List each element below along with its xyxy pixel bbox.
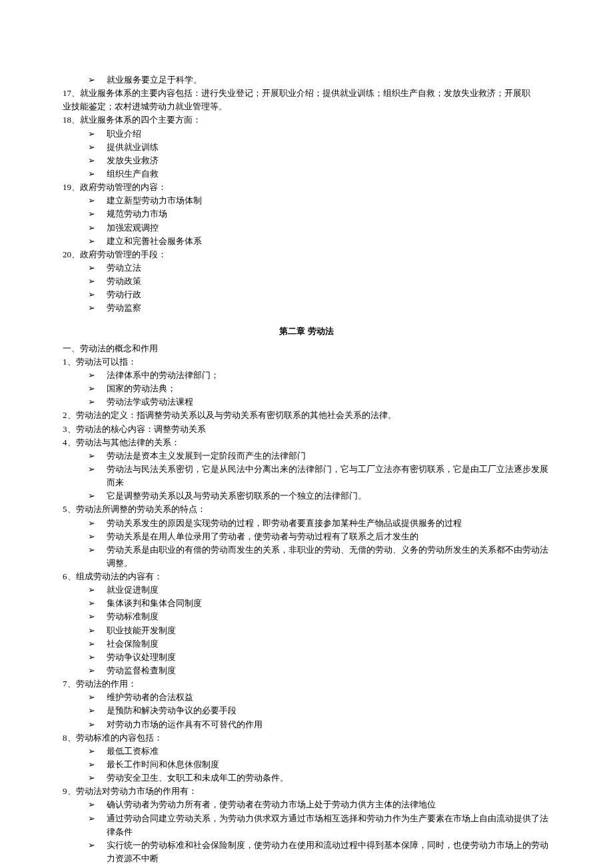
bullet-text: 劳动监督检查制度 bbox=[107, 664, 550, 677]
bullet-text: 集体谈判和集体合同制度 bbox=[107, 597, 550, 610]
list-item: ➢建立新型劳动力市场体制 bbox=[63, 194, 550, 207]
list-item: ➢建立和完善社会服务体系 bbox=[63, 235, 550, 248]
bullet-arrow-icon: ➢ bbox=[88, 127, 107, 141]
bullet-arrow-icon: ➢ bbox=[88, 449, 107, 463]
bullet-arrow-icon: ➢ bbox=[88, 812, 107, 825]
bullet-arrow-icon: ➢ bbox=[88, 624, 107, 637]
question-4: 4、劳动法与其他法律的关系： bbox=[63, 436, 550, 449]
bullet-text: 国家的劳动法典； bbox=[107, 382, 550, 395]
bullet-text: 劳动法是资本主义发展到一定阶段而产生的法律部门 bbox=[107, 449, 550, 463]
list-item: ➢最低工资标准 bbox=[63, 745, 550, 758]
paragraph-20: 20、政府劳动管理的手段： bbox=[63, 248, 550, 261]
list-item: ➢劳动监察 bbox=[63, 301, 550, 315]
bullet-text: 劳动行政 bbox=[107, 288, 550, 301]
bullet-text: 就业促进制度 bbox=[107, 583, 550, 597]
bullet-arrow-icon: ➢ bbox=[88, 517, 107, 530]
bullet-text: 社会保险制度 bbox=[107, 637, 550, 651]
list-item: ➢它是调整劳动关系以及与劳动关系密切联系的一个独立的法律部门。 bbox=[63, 489, 550, 503]
list-item: ➢劳动关系发生的原因是实现劳动的过程，即劳动者要直接参加某种生产物品或提供服务的… bbox=[63, 517, 550, 530]
list-item: ➢是预防和解决劳动争议的必要手段 bbox=[63, 704, 550, 717]
list-item: ➢劳动监督检查制度 bbox=[63, 664, 550, 677]
bullet-arrow-icon: ➢ bbox=[88, 275, 107, 288]
list-item: ➢劳动争议处理制度 bbox=[63, 651, 550, 664]
bullet-arrow-icon: ➢ bbox=[88, 261, 107, 275]
bullet-arrow-icon: ➢ bbox=[88, 798, 107, 811]
paragraph-17-line1: 17、就业服务体系的主要内容包括：进行失业登记；开展职业介绍；提供就业训练；组织… bbox=[63, 87, 550, 100]
bullet-arrow-icon: ➢ bbox=[88, 583, 107, 597]
bullet-arrow-icon: ➢ bbox=[88, 235, 107, 248]
bullet-arrow-icon: ➢ bbox=[88, 610, 107, 623]
list-item: ➢通过劳动合同建立劳动关系，为劳动力供求双方通过市场相互选择和劳动力作为生产要素… bbox=[63, 812, 550, 839]
list-item: ➢集体谈判和集体合同制度 bbox=[63, 597, 550, 610]
list-7: ➢维护劳动者的合法权益➢是预防和解决劳动争议的必要手段➢对劳动力市场的运作具有不… bbox=[63, 691, 550, 731]
list-item: ➢提供就业训练 bbox=[63, 141, 550, 154]
bullet-text: 组织生产自救 bbox=[107, 167, 550, 181]
list-item: ➢ 就业服务要立足于科学。 bbox=[63, 73, 550, 87]
question-2: 2、劳动法的定义：指调整劳动关系以及与劳动关系有密切联系的其他社会关系的法律。 bbox=[63, 409, 550, 422]
question-6: 6、组成劳动法的内容有： bbox=[63, 570, 550, 583]
bullet-arrow-icon: ➢ bbox=[88, 141, 107, 154]
list-item: ➢维护劳动者的合法权益 bbox=[63, 691, 550, 704]
bullet-text: 确认劳动者为劳动力所有者，使劳动者在劳动力市场上处于劳动力供方主体的法律地位 bbox=[107, 798, 550, 811]
list-item: ➢职业介绍 bbox=[63, 127, 550, 141]
list-item: ➢劳动法学或劳动法课程 bbox=[63, 395, 550, 409]
bullet-arrow-icon: ➢ bbox=[88, 382, 107, 395]
list-item: ➢就业促进制度 bbox=[63, 583, 550, 597]
bullet-arrow-icon: ➢ bbox=[88, 489, 107, 503]
list-6: ➢就业促进制度➢集体谈判和集体合同制度➢劳动标准制度➢职业技能开发制度➢社会保险… bbox=[63, 583, 550, 677]
list-item: ➢劳动政策 bbox=[63, 275, 550, 288]
bullet-arrow-icon: ➢ bbox=[88, 154, 107, 167]
question-1: 1、劳动法可以指： bbox=[63, 355, 550, 369]
list-item: ➢劳动安全卫生、女职工和未成年工的劳动条件。 bbox=[63, 771, 550, 785]
bullet-arrow-icon: ➢ bbox=[88, 73, 107, 87]
bullet-arrow-icon: ➢ bbox=[88, 207, 107, 221]
list-4: ➢劳动法是资本主义发展到一定阶段而产生的法律部门➢劳动法与民法关系密切，它是从民… bbox=[63, 449, 550, 503]
bullet-text: 发放失业救济 bbox=[107, 154, 550, 167]
bullet-text: 实行统一的劳动标准和社会保险制度，使劳动力在使用和流动过程中得到基本保障，同时，… bbox=[107, 839, 550, 865]
bullet-arrow-icon: ➢ bbox=[88, 288, 107, 301]
question-9: 9、劳动法对劳动力市场的作用有： bbox=[63, 785, 550, 798]
bullet-text: 劳动关系是在用人单位录用了劳动者，使劳动者与劳动过程有了联系之后才发生的 bbox=[107, 530, 550, 543]
list-item: ➢对劳动力市场的运作具有不可替代的作用 bbox=[63, 718, 550, 731]
bullet-text: 职业技能开发制度 bbox=[107, 624, 550, 637]
paragraph-18: 18、就业服务体系的四个主要方面： bbox=[63, 113, 550, 127]
list-19: ➢建立新型劳动力市场体制➢规范劳动力市场➢加强宏观调控➢建立和完善社会服务体系 bbox=[63, 194, 550, 248]
bullet-arrow-icon: ➢ bbox=[88, 771, 107, 785]
bullet-arrow-icon: ➢ bbox=[88, 369, 107, 382]
list-item: ➢职业技能开发制度 bbox=[63, 624, 550, 637]
list-item: ➢劳动行政 bbox=[63, 288, 550, 301]
bullet-arrow-icon: ➢ bbox=[88, 463, 107, 476]
bullet-arrow-icon: ➢ bbox=[88, 758, 107, 771]
bullet-text: 规范劳动力市场 bbox=[107, 207, 550, 221]
paragraph-17-line2: 业技能鉴定；农村进城劳动力就业管理等。 bbox=[63, 100, 550, 113]
question-5: 5、劳动法所调整的劳动关系的特点： bbox=[63, 503, 550, 516]
list-item: ➢法律体系中的劳动法律部门； bbox=[63, 369, 550, 382]
bullet-text: 劳动关系发生的原因是实现劳动的过程，即劳动者要直接参加某种生产物品或提供服务的过… bbox=[107, 517, 550, 530]
bullet-text: 法律体系中的劳动法律部门； bbox=[107, 369, 550, 382]
list-item: ➢确认劳动者为劳动力所有者，使劳动者在劳动力市场上处于劳动力供方主体的法律地位 bbox=[63, 798, 550, 811]
list-item: ➢规范劳动力市场 bbox=[63, 207, 550, 221]
bullet-text: 加强宏观调控 bbox=[107, 221, 550, 235]
bullet-arrow-icon: ➢ bbox=[88, 704, 107, 717]
bullet-arrow-icon: ➢ bbox=[88, 221, 107, 235]
document-page: ➢ 就业服务要立足于科学。 17、就业服务体系的主要内容包括：进行失业登记；开展… bbox=[0, 0, 613, 868]
list-item: ➢劳动法是资本主义发展到一定阶段而产生的法律部门 bbox=[63, 449, 550, 463]
bullet-text: 就业服务要立足于科学。 bbox=[107, 73, 550, 87]
list-item: ➢国家的劳动法典； bbox=[63, 382, 550, 395]
bullet-text: 建立新型劳动力市场体制 bbox=[107, 194, 550, 207]
list-9: ➢确认劳动者为劳动力所有者，使劳动者在劳动力市场上处于劳动力供方主体的法律地位➢… bbox=[63, 798, 550, 865]
question-8: 8、劳动标准的内容包括： bbox=[63, 731, 550, 745]
list-8: ➢最低工资标准➢最长工作时间和休息休假制度➢劳动安全卫生、女职工和未成年工的劳动… bbox=[63, 745, 550, 785]
bullet-arrow-icon: ➢ bbox=[88, 664, 107, 677]
question-7: 7、劳动法的作用： bbox=[63, 677, 550, 691]
bullet-text: 职业介绍 bbox=[107, 127, 550, 141]
bullet-arrow-icon: ➢ bbox=[88, 543, 107, 557]
list-1: ➢法律体系中的劳动法律部门；➢国家的劳动法典；➢劳动法学或劳动法课程 bbox=[63, 369, 550, 409]
list-item: ➢劳动立法 bbox=[63, 261, 550, 275]
bullet-text: 劳动关系是由职业的有偿的劳动而发生的关系，非职业的劳动、无偿的劳动、义务的劳动所… bbox=[107, 543, 550, 570]
bullet-text: 最低工资标准 bbox=[107, 745, 550, 758]
bullet-arrow-icon: ➢ bbox=[88, 839, 107, 852]
bullet-text: 最长工作时间和休息休假制度 bbox=[107, 758, 550, 771]
bullet-text: 劳动安全卫生、女职工和未成年工的劳动条件。 bbox=[107, 771, 550, 785]
chapter-title: 第二章 劳动法 bbox=[63, 325, 550, 338]
